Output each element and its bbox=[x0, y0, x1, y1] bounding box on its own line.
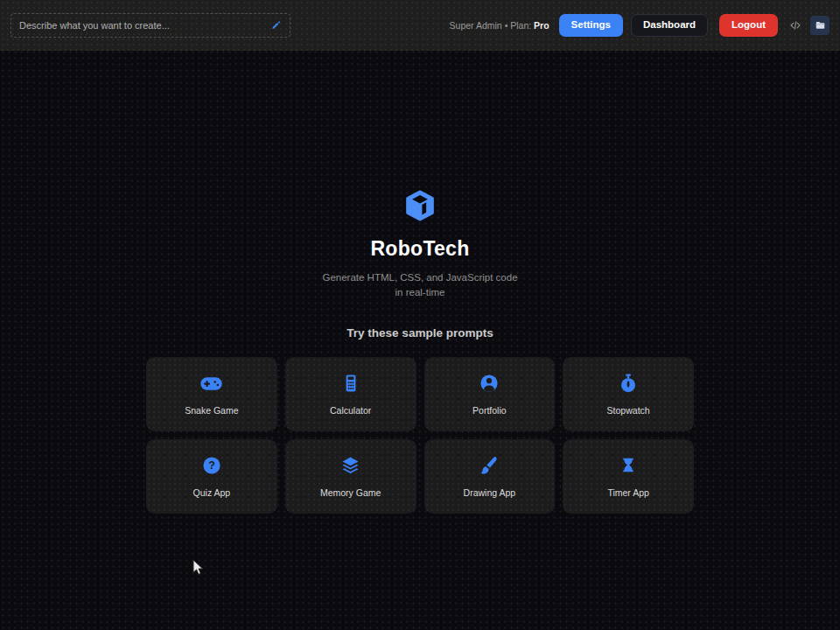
user-plan-prefix: Super Admin • Plan: bbox=[450, 20, 532, 31]
gamepad-icon bbox=[200, 373, 223, 394]
app-title: RoboTech bbox=[0, 237, 840, 261]
mouse-cursor bbox=[192, 559, 204, 579]
prompt-input-wrapper[interactable] bbox=[10, 13, 290, 38]
cube-icon bbox=[403, 189, 437, 226]
prompt-card-calculator[interactable]: Calculator bbox=[285, 357, 416, 431]
user-plan-value: Pro bbox=[534, 20, 550, 31]
prompt-card-portfolio[interactable]: Portfolio bbox=[424, 357, 556, 431]
prompt-card-label: Snake Game bbox=[185, 405, 238, 416]
prompt-card-label: Calculator bbox=[330, 405, 371, 416]
question-circle-icon: ? bbox=[201, 455, 222, 476]
prompt-card-drawing-app[interactable]: Drawing App bbox=[424, 439, 556, 514]
logout-button[interactable]: Logout bbox=[719, 14, 778, 37]
prompt-card-label: Portfolio bbox=[472, 405, 507, 416]
prompt-card-timer-app[interactable]: Timer App bbox=[563, 439, 694, 514]
prompt-card-label: Quiz App bbox=[193, 487, 231, 498]
settings-button[interactable]: Settings bbox=[559, 14, 623, 37]
topbar: Super Admin • Plan: Pro Settings Dashboa… bbox=[0, 0, 840, 51]
app-subtitle: Generate HTML, CSS, and JavaScript code … bbox=[0, 270, 840, 299]
prompt-card-snake-game[interactable]: Snake Game bbox=[146, 357, 277, 431]
topbar-actions: Super Admin • Plan: Pro Settings Dashboa… bbox=[450, 14, 830, 37]
prompt-card-label: Timer App bbox=[607, 487, 648, 498]
user-circle-icon bbox=[479, 373, 500, 394]
hourglass-icon bbox=[620, 455, 637, 476]
code-icon[interactable] bbox=[788, 19, 802, 32]
folder-button[interactable] bbox=[810, 16, 830, 35]
prompt-card-quiz-app[interactable]: ? Quiz App bbox=[146, 439, 277, 514]
stopwatch-icon bbox=[618, 373, 639, 394]
dashboard-button[interactable]: Dashboard bbox=[631, 14, 708, 37]
prompt-input[interactable] bbox=[19, 20, 270, 31]
prompt-card-memory-game[interactable]: Memory Game bbox=[285, 439, 416, 514]
paintbrush-icon bbox=[479, 455, 500, 476]
svg-text:?: ? bbox=[208, 460, 215, 472]
app-screen: Super Admin • Plan: Pro Settings Dashboa… bbox=[0, 0, 840, 630]
prompt-card-label: Stopwatch bbox=[607, 405, 650, 416]
prompt-card-label: Memory Game bbox=[320, 487, 381, 498]
layers-icon bbox=[340, 455, 361, 476]
sample-prompts-grid: Snake Game Calculator bbox=[146, 357, 694, 514]
calculator-icon bbox=[340, 373, 361, 394]
main-content: RoboTech Generate HTML, CSS, and JavaScr… bbox=[0, 51, 840, 514]
prompt-card-stopwatch[interactable]: Stopwatch bbox=[563, 357, 694, 431]
subtitle-line-1: Generate HTML, CSS, and JavaScript code bbox=[0, 270, 840, 285]
subtitle-line-2: in real-time bbox=[0, 285, 840, 300]
pencil-icon[interactable] bbox=[270, 20, 282, 32]
user-plan-label: Super Admin • Plan: Pro bbox=[450, 20, 550, 31]
sample-prompts-heading: Try these sample prompts bbox=[0, 326, 840, 340]
folder-icon bbox=[815, 20, 826, 31]
prompt-card-label: Drawing App bbox=[464, 487, 516, 498]
